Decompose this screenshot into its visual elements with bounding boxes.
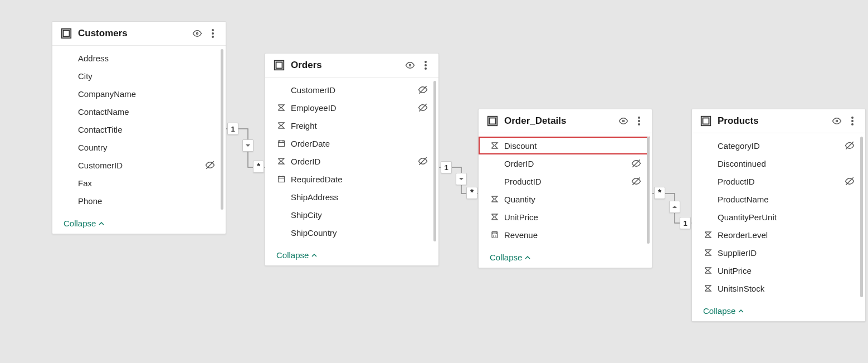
- cardinality-many: *: [654, 187, 665, 199]
- more-menu-icon[interactable]: [208, 28, 218, 38]
- svg-point-41: [851, 117, 854, 119]
- table-title: Order_Details: [504, 115, 613, 127]
- table-card-order-details[interactable]: Order_Details DiscountOrderIDProductIDQu…: [478, 109, 652, 268]
- hidden-eye-icon[interactable]: [631, 176, 642, 186]
- svg-point-28: [638, 120, 640, 122]
- calc-icon: [490, 231, 500, 239]
- cardinality-many: *: [466, 187, 477, 199]
- field-row[interactable]: Phone: [52, 192, 223, 210]
- model-canvas[interactable]: 1 * 1 * * 1 Customers AddressCityCompany…: [0, 0, 868, 363]
- field-name: UnitsInStock: [718, 284, 840, 293]
- collapse-toggle[interactable]: Collapse: [52, 213, 226, 234]
- field-row[interactable]: Country: [52, 138, 223, 156]
- field-row[interactable]: UnitPrice: [479, 208, 650, 226]
- visibility-eye-icon[interactable]: [405, 60, 415, 70]
- field-row[interactable]: ProductID: [479, 172, 650, 190]
- field-row[interactable]: ContactName: [52, 103, 223, 120]
- filter-direction-up-icon[interactable]: [669, 201, 680, 213]
- field-name: UnitPrice: [718, 266, 840, 275]
- field-row[interactable]: UnitPrice: [692, 262, 863, 279]
- filter-direction-down-icon[interactable]: [456, 173, 467, 185]
- table-title: Products: [718, 115, 826, 127]
- field-row[interactable]: Freight: [265, 117, 436, 134]
- table-card-orders[interactable]: Orders CustomerIDEmployeeIDFreightOrderD…: [265, 53, 439, 266]
- field-row[interactable]: EmployeeID: [265, 99, 436, 117]
- field-name: OrderDate: [291, 139, 413, 148]
- field-row[interactable]: QuantityPerUnit: [692, 208, 863, 226]
- field-name: Country: [78, 143, 200, 152]
- field-row[interactable]: ShipAddress: [265, 188, 436, 206]
- sigma-icon: [276, 104, 286, 112]
- svg-point-4: [212, 32, 214, 35]
- field-row[interactable]: Discontinued: [692, 154, 863, 172]
- field-row[interactable]: UnitsInStock: [692, 279, 863, 297]
- table-header[interactable]: Customers: [52, 22, 226, 46]
- cardinality-many: *: [253, 161, 264, 173]
- table-card-customers[interactable]: Customers AddressCityCompanyNameContactN…: [52, 21, 226, 234]
- field-row[interactable]: ContactTitle: [52, 120, 223, 138]
- svg-point-43: [851, 123, 854, 125]
- hidden-eye-icon[interactable]: [204, 160, 216, 170]
- field-row[interactable]: ShipCity: [265, 206, 436, 224]
- hidden-eye-icon[interactable]: [631, 158, 642, 168]
- hidden-eye-icon[interactable]: [417, 156, 428, 166]
- field-name: Quantity: [504, 195, 626, 204]
- svg-point-37: [495, 236, 496, 238]
- field-row[interactable]: Address: [52, 49, 223, 67]
- field-row[interactable]: ProductID: [692, 172, 863, 190]
- field-name: RequiredDate: [291, 175, 413, 184]
- table-title: Customers: [78, 28, 187, 39]
- field-name: ContactTitle: [78, 125, 200, 134]
- visibility-eye-icon[interactable]: [192, 28, 202, 38]
- field-row[interactable]: City: [52, 67, 223, 85]
- sigma-icon: [490, 213, 500, 221]
- visibility-eye-icon[interactable]: [618, 116, 628, 126]
- collapse-label: Collapse: [703, 306, 735, 316]
- more-menu-icon[interactable]: [634, 116, 644, 126]
- field-row[interactable]: ReorderLevel: [692, 226, 863, 244]
- field-row[interactable]: OrderID: [479, 154, 650, 172]
- field-row[interactable]: Quantity: [479, 190, 650, 208]
- field-row[interactable]: ProductName: [692, 190, 863, 208]
- table-title: Orders: [291, 60, 399, 71]
- filter-direction-down-icon[interactable]: [242, 139, 253, 152]
- table-header[interactable]: Orders: [265, 54, 438, 78]
- sigma-icon: [703, 249, 713, 256]
- field-row[interactable]: RequiredDate: [265, 170, 436, 188]
- field-name: Revenue: [504, 230, 626, 240]
- hidden-eye-icon[interactable]: [417, 103, 428, 113]
- hidden-eye-icon[interactable]: [844, 176, 855, 186]
- collapse-toggle[interactable]: Collapse: [479, 247, 652, 268]
- field-row[interactable]: CustomerID: [265, 81, 436, 99]
- collapse-toggle[interactable]: Collapse: [265, 245, 438, 265]
- table-card-products[interactable]: Products CategoryIDDiscontinuedProductID…: [691, 109, 866, 322]
- field-row[interactable]: CategoryID: [692, 137, 863, 154]
- field-name: EmployeeID: [291, 103, 413, 113]
- field-row[interactable]: Revenue: [479, 226, 650, 244]
- table-header[interactable]: Products: [692, 109, 865, 133]
- field-name: OrderID: [291, 157, 413, 166]
- sigma-icon: [490, 142, 500, 149]
- svg-point-11: [425, 64, 427, 66]
- field-row[interactable]: ShipCountry: [265, 224, 436, 241]
- hidden-eye-icon[interactable]: [844, 141, 855, 151]
- field-list: AddressCityCompanyNameContactNameContact…: [52, 46, 226, 213]
- chevron-up-icon: [738, 308, 744, 314]
- field-row[interactable]: SupplierID: [692, 244, 863, 262]
- collapse-toggle[interactable]: Collapse: [692, 301, 865, 321]
- field-row[interactable]: Fax: [52, 174, 223, 192]
- table-header[interactable]: Order_Details: [479, 109, 652, 133]
- field-row[interactable]: OrderDate: [265, 134, 436, 152]
- field-row[interactable]: Discount: [479, 137, 650, 154]
- field-row[interactable]: CustomerID: [52, 156, 223, 174]
- visibility-eye-icon[interactable]: [832, 116, 842, 126]
- field-row[interactable]: OrderID: [265, 152, 436, 170]
- field-row[interactable]: CompanyName: [52, 85, 223, 103]
- hidden-eye-icon[interactable]: [417, 85, 428, 95]
- field-name: ContactName: [78, 107, 200, 117]
- svg-point-5: [212, 36, 214, 38]
- more-menu-icon[interactable]: [421, 60, 431, 70]
- field-name: SupplierID: [718, 248, 840, 258]
- collapse-label: Collapse: [276, 250, 309, 260]
- more-menu-icon[interactable]: [847, 116, 857, 126]
